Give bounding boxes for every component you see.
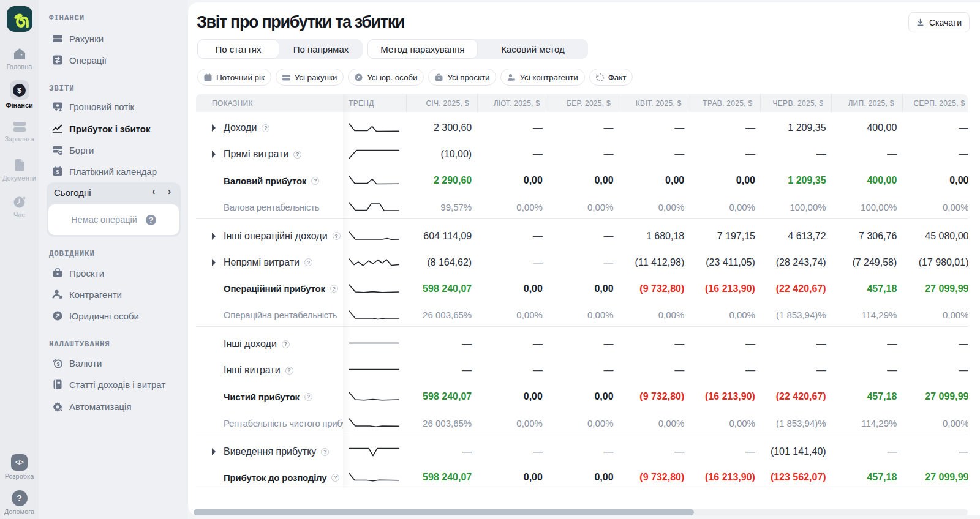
svg-text:$: $ [56, 169, 59, 175]
svg-text:$: $ [56, 361, 59, 367]
